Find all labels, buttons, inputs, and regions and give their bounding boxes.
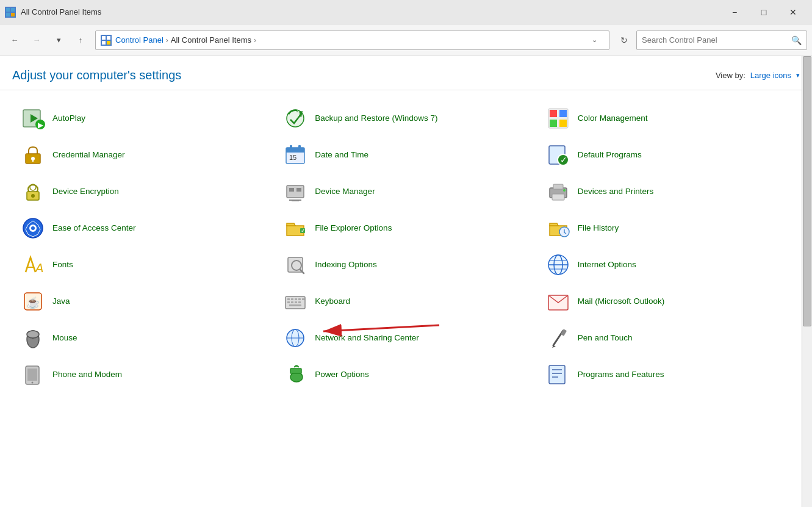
item-filehist[interactable]: File History (537, 210, 800, 246)
close-button[interactable]: ✕ (779, 2, 807, 22)
item-pen[interactable]: Pen and Touch (537, 320, 800, 356)
item-mouse[interactable]: Mouse (12, 320, 275, 356)
search-input[interactable] (642, 35, 788, 45)
label-fileexp: File Explorer Options (315, 223, 392, 234)
svg-rect-35 (296, 188, 301, 192)
icon-network (283, 326, 307, 350)
up-button[interactable]: ↑ (71, 31, 90, 50)
item-default[interactable]: ✓Default Programs (537, 137, 800, 173)
icon-credential (21, 143, 45, 167)
svg-rect-67 (291, 301, 293, 303)
minimize-button[interactable]: − (720, 2, 749, 22)
item-color[interactable]: Color Management (537, 100, 800, 137)
svg-rect-37 (289, 200, 301, 201)
address-bar[interactable]: Control Panel › All Control Panel Items … (95, 31, 609, 50)
icon-devprinters (546, 179, 570, 204)
svg-rect-1 (11, 8, 15, 12)
content-header: Adjust your computer's settings View by:… (0, 56, 812, 90)
item-autoplay[interactable]: ▶AutoPlay (12, 100, 275, 137)
label-network: Network and Sharing Center (315, 333, 419, 343)
forward-button[interactable]: → (27, 31, 46, 50)
view-by-value[interactable]: Large icons (750, 71, 791, 80)
icon-phone (21, 362, 45, 387)
label-ease: Ease of Access Center (52, 223, 136, 234)
svg-text:☕: ☕ (26, 296, 40, 309)
address-text: Control Panel › All Control Panel Items … (115, 35, 256, 45)
address-current: All Control Panel Items (171, 35, 251, 45)
svg-rect-85 (290, 369, 301, 373)
title-bar: All Control Panel Items − □ ✕ (0, 0, 812, 24)
item-encrypt[interactable]: Device Encryption (12, 173, 275, 210)
item-datetime[interactable]: 15Date and Time (275, 137, 537, 173)
maximize-button[interactable]: □ (750, 2, 778, 22)
icon-power (283, 362, 307, 387)
svg-point-41 (563, 189, 566, 192)
svg-rect-23 (290, 145, 292, 150)
search-box[interactable]: 🔍 (636, 31, 807, 50)
item-devprinters[interactable]: Devices and Printers (537, 173, 800, 210)
item-backup[interactable]: Backup and Restore (Windows 7) (275, 100, 537, 137)
svg-rect-17 (559, 120, 567, 127)
svg-rect-3 (11, 13, 15, 16)
item-mail[interactable]: Mail (Microsoft Outlook) (537, 283, 800, 320)
item-devmanager[interactable]: Device Manager (275, 173, 537, 210)
label-mouse: Mouse (52, 333, 77, 343)
icon-encrypt (21, 179, 45, 204)
svg-rect-40 (552, 194, 564, 200)
items-grid: ▶AutoPlayBackup and Restore (Windows 7)C… (12, 100, 800, 393)
item-phone[interactable]: Phone and Modem (12, 356, 275, 393)
address-dropdown-button[interactable]: ⌄ (584, 31, 604, 50)
address-control-panel[interactable]: Control Panel (115, 35, 163, 45)
item-ease[interactable]: Ease of Access Center (12, 210, 275, 246)
label-programs: Programs and Features (578, 369, 664, 380)
item-keyboard[interactable]: Keyboard (275, 283, 537, 320)
icon-keyboard (283, 289, 307, 314)
svg-rect-0 (6, 8, 10, 12)
icon-devmanager (283, 179, 307, 204)
item-java[interactable]: ☕Java (12, 283, 275, 320)
label-power: Power Options (315, 369, 369, 380)
svg-rect-70 (289, 304, 301, 306)
label-pen: Pen and Touch (578, 333, 633, 343)
icon-fonts: A (21, 253, 45, 277)
svg-rect-64 (298, 298, 301, 300)
view-by-label: View by: (716, 71, 746, 80)
label-color: Color Management (578, 113, 648, 124)
icon-filehist (546, 216, 570, 240)
scrollbar-thumb[interactable] (803, 56, 811, 326)
item-fonts[interactable]: AFonts (12, 246, 275, 283)
item-power[interactable]: Power Options (275, 356, 537, 393)
item-programs[interactable]: Programs and Features (537, 356, 800, 393)
svg-text:15: 15 (289, 154, 296, 161)
recent-button[interactable]: ▾ (49, 31, 68, 50)
back-button[interactable]: ← (5, 31, 24, 50)
item-fileexp[interactable]: ✓File Explorer Options (275, 210, 537, 246)
navigation-bar: ← → ▾ ↑ Control Panel › All Control Pane… (0, 24, 812, 56)
refresh-button[interactable]: ↻ (614, 31, 634, 50)
svg-rect-15 (559, 110, 567, 117)
svg-rect-7 (107, 41, 110, 45)
label-java: Java (52, 296, 70, 307)
item-internet[interactable]: Internet Options (537, 246, 800, 283)
scrollbar[interactable] (802, 56, 812, 507)
icon-color (546, 106, 570, 131)
items-area: ▶AutoPlayBackup and Restore (Windows 7)C… (0, 90, 812, 507)
label-autoplay: AutoPlay (52, 113, 85, 124)
svg-rect-22 (286, 148, 304, 153)
item-indexing[interactable]: Indexing Options (275, 246, 537, 283)
icon-internet (546, 253, 570, 277)
view-by-dropdown-icon[interactable]: ▾ (796, 71, 800, 79)
icon-pen (546, 326, 570, 350)
svg-rect-62 (291, 298, 293, 300)
label-indexing: Indexing Options (315, 259, 376, 270)
svg-rect-34 (289, 188, 294, 192)
svg-rect-66 (287, 301, 290, 303)
svg-point-44 (31, 226, 35, 230)
label-internet: Internet Options (578, 259, 636, 270)
item-credential[interactable]: Credential Manager (12, 137, 275, 173)
search-icon[interactable]: 🔍 (791, 35, 802, 45)
label-datetime: Date and Time (315, 149, 368, 160)
item-network[interactable]: Network and Sharing Center (275, 320, 537, 356)
icon-indexing (283, 253, 307, 277)
svg-text:A: A (35, 261, 43, 275)
